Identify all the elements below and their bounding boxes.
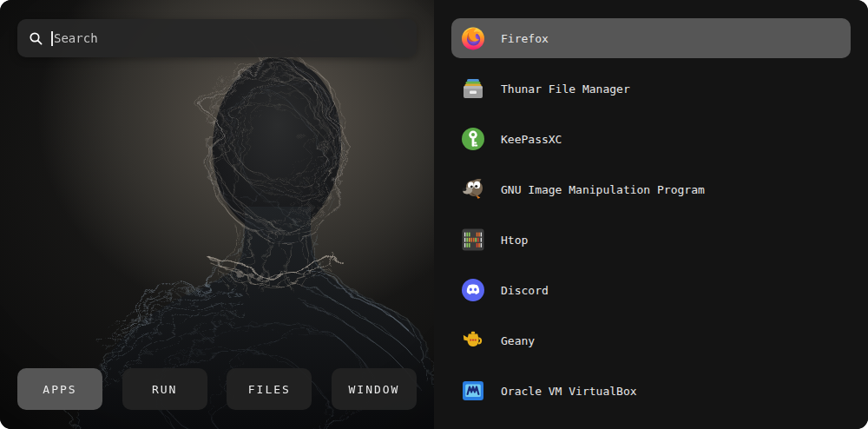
app-list-panel: Firefox Thunar File Manager KeePassXC GN…	[434, 0, 868, 429]
left-panel: APPSRUNFILESWINDOW	[0, 0, 434, 429]
app-list-item-geany[interactable]: Geany	[451, 320, 851, 360]
app-list-item-gnu-image-manipulation-program[interactable]: GNU Image Manipulation Program	[451, 169, 851, 209]
gimp-icon	[460, 176, 486, 202]
search-input[interactable]	[54, 31, 405, 45]
launcher-window: APPSRUNFILESWINDOW Firefox Thunar File M…	[0, 0, 868, 429]
htop-icon	[460, 227, 486, 253]
app-list-item-htop[interactable]: Htop	[451, 220, 851, 260]
app-list-item-oracle-vm-virtualbox[interactable]: Oracle VM VirtualBox	[451, 371, 851, 411]
thread-bust-illustration	[0, 0, 434, 429]
search-bar[interactable]	[17, 19, 417, 57]
app-item-label: Thunar File Manager	[501, 82, 630, 96]
app-item-label: Discord	[501, 284, 549, 297]
app-list-item-thunar-file-manager[interactable]: Thunar File Manager	[451, 69, 851, 109]
app-item-label: Oracle VM VirtualBox	[501, 385, 637, 398]
app-list-item-discord[interactable]: Discord	[451, 270, 851, 310]
app-list-item-firefox[interactable]: Firefox	[451, 18, 851, 58]
app-list: Firefox Thunar File Manager KeePassXC GN…	[434, 0, 868, 429]
geany-icon	[460, 327, 486, 353]
tab-apps[interactable]: APPS	[17, 368, 102, 410]
mode-tabs: APPSRUNFILESWINDOW	[0, 368, 434, 410]
tab-files[interactable]: FILES	[227, 368, 312, 410]
tab-window[interactable]: WINDOW	[332, 368, 417, 410]
keepassxc-icon	[460, 126, 486, 152]
discord-icon	[460, 277, 486, 303]
app-item-label: KeePassXC	[501, 133, 562, 146]
background-artwork	[0, 0, 434, 429]
app-item-label: Htop	[501, 234, 528, 247]
text-caret	[51, 31, 53, 46]
virtualbox-icon	[460, 378, 486, 404]
app-item-label: Geany	[501, 334, 535, 347]
firefox-icon	[460, 25, 486, 51]
tab-run[interactable]: RUN	[122, 368, 207, 410]
app-item-label: Firefox	[501, 32, 549, 45]
app-list-item-keepassxc[interactable]: KeePassXC	[451, 119, 851, 159]
app-item-label: GNU Image Manipulation Program	[501, 183, 705, 196]
search-icon	[29, 31, 43, 46]
thunar-icon	[460, 76, 486, 102]
